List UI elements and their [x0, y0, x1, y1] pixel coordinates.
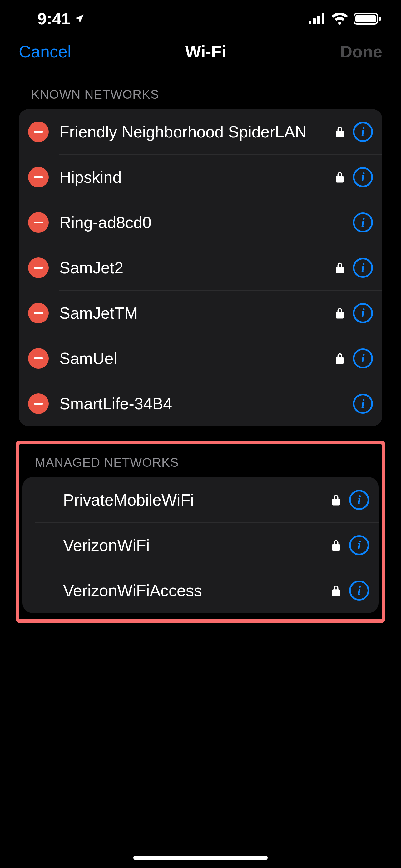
- delete-button[interactable]: [28, 212, 49, 233]
- network-name: SamJetTM: [59, 304, 332, 322]
- network-name: Ring-ad8cd0: [59, 213, 332, 232]
- status-indicators: [308, 12, 381, 25]
- network-name: Friendly Neighborhood SpiderLAN: [59, 122, 332, 141]
- home-indicator[interactable]: [133, 856, 268, 860]
- network-row[interactable]: VerizonWiFiAccess i: [23, 568, 378, 613]
- minus-icon: [34, 358, 43, 359]
- lock-icon: [332, 126, 347, 138]
- svg-rect-5: [356, 15, 376, 23]
- svg-rect-2: [317, 16, 320, 24]
- lock-icon: [332, 262, 347, 274]
- network-row[interactable]: PrivateMobileWiFi i: [23, 477, 378, 522]
- lock-icon: [329, 585, 343, 596]
- svg-rect-1: [313, 18, 316, 24]
- status-time-text: 9:41: [37, 9, 71, 28]
- lock-icon: [332, 307, 347, 319]
- svg-rect-3: [322, 13, 325, 24]
- info-button[interactable]: i: [349, 490, 369, 510]
- battery-icon: [354, 12, 381, 25]
- done-button[interactable]: Done: [340, 42, 382, 61]
- managed-networks-header: MANAGED NETWORKS: [23, 444, 378, 477]
- info-button[interactable]: i: [353, 122, 373, 142]
- delete-button[interactable]: [28, 257, 49, 278]
- info-button[interactable]: i: [353, 167, 373, 187]
- info-button[interactable]: i: [353, 348, 373, 368]
- delete-button[interactable]: [28, 167, 49, 187]
- network-name: VerizonWiFiAccess: [63, 581, 329, 600]
- known-networks-header: KNOWN NETWORKS: [0, 69, 401, 109]
- network-row[interactable]: SamUel i: [19, 336, 382, 381]
- network-row[interactable]: SmartLife-34B4 i: [19, 381, 382, 426]
- delete-button[interactable]: [28, 393, 49, 414]
- managed-highlight-box: MANAGED NETWORKS PrivateMobileWiFi i Ver…: [15, 440, 386, 623]
- svg-rect-0: [308, 21, 311, 24]
- lock-icon: [329, 494, 343, 506]
- network-name: SamJet2: [59, 258, 332, 277]
- cellular-icon: [308, 13, 326, 24]
- network-name: Hipskind: [59, 168, 332, 187]
- status-time: 9:41: [37, 9, 85, 28]
- lock-icon: [332, 171, 347, 183]
- network-name: SmartLife-34B4: [59, 394, 332, 413]
- delete-button[interactable]: [28, 122, 49, 142]
- info-button[interactable]: i: [353, 303, 373, 323]
- network-row[interactable]: Friendly Neighborhood SpiderLAN i: [19, 109, 382, 154]
- info-button[interactable]: i: [353, 394, 373, 414]
- known-networks-group: Friendly Neighborhood SpiderLAN i Hipski…: [19, 109, 382, 426]
- page-title: Wi-Fi: [185, 42, 226, 61]
- network-row[interactable]: SamJetTM i: [19, 290, 382, 336]
- network-name: VerizonWiFi: [63, 536, 329, 555]
- network-row[interactable]: Hipskind i: [19, 154, 382, 200]
- network-name: PrivateMobileWiFi: [63, 491, 329, 509]
- wifi-icon: [332, 13, 348, 25]
- info-button[interactable]: i: [353, 213, 373, 232]
- status-bar: 9:41: [0, 0, 401, 37]
- minus-icon: [34, 221, 43, 223]
- delete-button[interactable]: [28, 348, 49, 369]
- minus-icon: [34, 403, 43, 405]
- svg-rect-6: [378, 17, 381, 21]
- delete-button[interactable]: [28, 303, 49, 323]
- cancel-button[interactable]: Cancel: [19, 42, 71, 61]
- info-button[interactable]: i: [349, 535, 369, 555]
- network-row[interactable]: SamJet2 i: [19, 245, 382, 290]
- network-row[interactable]: VerizonWiFi i: [23, 522, 378, 568]
- info-button[interactable]: i: [349, 581, 369, 600]
- minus-icon: [34, 176, 43, 178]
- network-row[interactable]: Ring-ad8cd0 i: [19, 200, 382, 245]
- network-name: SamUel: [59, 349, 332, 368]
- lock-icon: [329, 539, 343, 551]
- info-button[interactable]: i: [353, 258, 373, 278]
- location-icon: [74, 13, 85, 24]
- minus-icon: [34, 267, 43, 269]
- nav-bar: Cancel Wi-Fi Done: [0, 37, 401, 69]
- minus-icon: [34, 312, 43, 314]
- lock-icon: [332, 352, 347, 364]
- managed-networks-group: PrivateMobileWiFi i VerizonWiFi i Verizo…: [23, 477, 378, 613]
- minus-icon: [34, 131, 43, 133]
